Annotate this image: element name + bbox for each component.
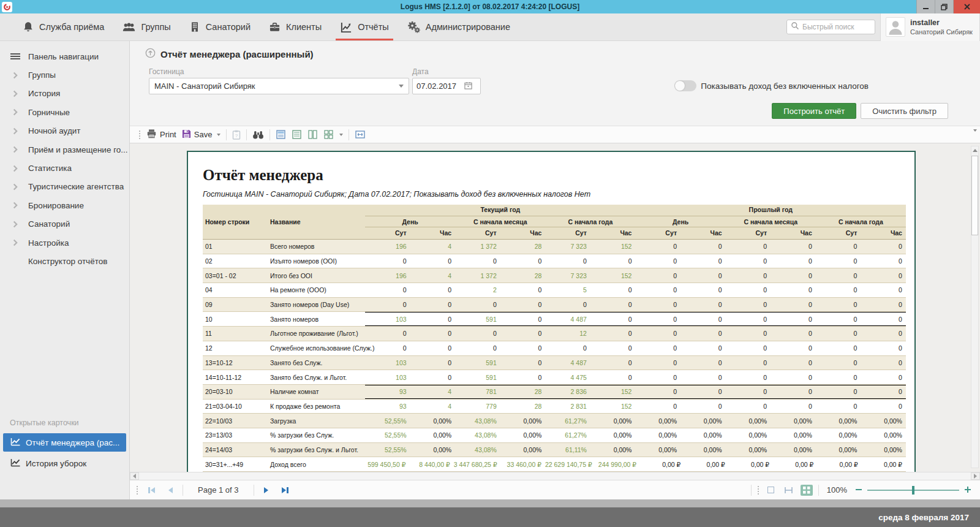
cell-value: 0,00% bbox=[500, 431, 546, 439]
chevron-down-icon[interactable] bbox=[339, 134, 343, 136]
cell-value: 0 bbox=[635, 257, 680, 265]
collapse-up-icon[interactable] bbox=[145, 48, 156, 61]
cell-value: 0 bbox=[726, 359, 771, 366]
chevron-right-icon bbox=[10, 183, 21, 191]
nav-item-5[interactable]: Администрирование bbox=[398, 13, 519, 40]
horizontal-scrollbar[interactable] bbox=[130, 472, 980, 480]
sidebar-item-5[interactable]: Приём и размещение го... bbox=[0, 140, 129, 159]
last-page-button[interactable] bbox=[278, 487, 292, 493]
save-button[interactable]: Save bbox=[182, 129, 221, 140]
search-input[interactable] bbox=[802, 23, 870, 31]
cell-value: 0,00% bbox=[726, 431, 771, 439]
quick-search[interactable] bbox=[786, 20, 875, 34]
view-layout-button[interactable] bbox=[276, 129, 286, 140]
cell-value: 0 bbox=[410, 359, 456, 366]
unit-header: Час bbox=[861, 227, 906, 239]
cell-value: 33 460,00 ₽ bbox=[501, 461, 545, 468]
cell-value: 0 bbox=[861, 374, 906, 381]
zoom-in-icon[interactable] bbox=[964, 485, 971, 496]
date-field[interactable] bbox=[412, 78, 481, 94]
sidebar-item-6[interactable]: Статистика bbox=[0, 159, 129, 177]
sidebar-item-label: Статистика bbox=[28, 164, 72, 173]
single-page-view-button[interactable] bbox=[292, 129, 302, 140]
row-name: % загрузки без Служ. bbox=[270, 431, 365, 439]
toolbar-grip[interactable] bbox=[138, 130, 141, 140]
row-code: 14=10-11-12 bbox=[203, 374, 270, 381]
report-page: Отчёт менеджера Гостиница MAIN - Санатор… bbox=[187, 151, 916, 472]
zoom-slider[interactable] bbox=[867, 490, 959, 491]
scroll-up-icon[interactable] bbox=[971, 146, 978, 154]
single-page-mode-button[interactable] bbox=[765, 485, 777, 496]
table-row: 13=10-12Занято без Служ.103059104 487000… bbox=[203, 356, 906, 371]
nav-item-4[interactable]: Отчёты bbox=[331, 13, 398, 40]
cell-value: 0 bbox=[771, 330, 816, 337]
fit-page-mode-button[interactable] bbox=[783, 485, 795, 496]
zoom-grip[interactable] bbox=[757, 485, 760, 495]
sidebar-item-4[interactable]: Ночной аудит bbox=[0, 122, 129, 140]
cell-value: 4 bbox=[410, 388, 456, 395]
sidebar-item-label: Горничные bbox=[28, 108, 70, 117]
nav-item-1[interactable]: Группы bbox=[113, 13, 179, 40]
cell-value: 43,08% bbox=[455, 417, 500, 425]
cell-value: 0 bbox=[771, 403, 816, 410]
calendar-icon[interactable] bbox=[464, 81, 472, 92]
nav-item-0[interactable]: Служба приёма bbox=[13, 13, 113, 40]
previous-page-button[interactable] bbox=[165, 487, 176, 493]
pager-bar: Page 1 of 3 100% bbox=[130, 480, 980, 499]
chevron-right-icon bbox=[10, 146, 21, 153]
hotel-select[interactable]: MAIN - Санаторий Сибиряк bbox=[149, 78, 409, 94]
date-input[interactable] bbox=[417, 82, 464, 91]
restore-button[interactable] bbox=[935, 0, 953, 13]
nav-item-2[interactable]: Санаторий bbox=[180, 13, 260, 40]
two-page-view-button[interactable] bbox=[307, 129, 318, 140]
user-panel[interactable]: installer Санаторий Сибиряк bbox=[880, 13, 980, 41]
multi-page-view-button[interactable] bbox=[323, 129, 334, 140]
hotel-value: MAIN - Санаторий Сибиряк bbox=[154, 82, 255, 91]
print-button[interactable]: Print bbox=[146, 129, 176, 140]
clear-filter-button[interactable]: Очистить фильтр bbox=[861, 103, 948, 119]
cell-value: 0 bbox=[680, 330, 726, 337]
sidebar-item-0[interactable]: Панель навигации bbox=[0, 47, 129, 66]
sidebar-item-3[interactable]: Горничные bbox=[0, 103, 129, 121]
report-table: Номер строкиНазваниеТекущий годПрошлый г… bbox=[203, 205, 906, 472]
scroll-left-icon[interactable] bbox=[130, 472, 139, 480]
row-code: 13=10-12 bbox=[203, 359, 270, 366]
toolbar-overflow-button[interactable] bbox=[973, 132, 977, 143]
sidebar-item-7[interactable]: Туристические агентства bbox=[0, 178, 129, 196]
sidebar-item-label: Санаторий bbox=[28, 219, 70, 229]
next-page-button[interactable] bbox=[260, 487, 272, 493]
gears-icon bbox=[407, 21, 420, 33]
title-bar: Logus HMS [2.1.2.0] от 08.02.2017 4:24:2… bbox=[0, 0, 980, 13]
cell-value: 0,00 ₽ bbox=[773, 461, 817, 468]
first-page-button[interactable] bbox=[145, 487, 159, 493]
sidebar-item-1[interactable]: Группы bbox=[0, 66, 129, 84]
find-binoculars-button[interactable] bbox=[252, 130, 264, 139]
search-icon bbox=[791, 21, 799, 32]
build-report-button[interactable]: Построить отчёт bbox=[772, 103, 856, 119]
fit-width-button[interactable] bbox=[355, 129, 365, 140]
open-card-cleaning-history[interactable]: История уборок bbox=[3, 454, 126, 472]
pager-grip[interactable] bbox=[136, 485, 138, 495]
open-card-manager-report[interactable]: Отчёт менеджера (рас... bbox=[3, 433, 126, 452]
cell-value: 0 bbox=[635, 344, 680, 352]
nav-item-3[interactable]: Клиенты bbox=[260, 13, 331, 40]
grid-mode-button[interactable] bbox=[801, 485, 813, 496]
close-button[interactable] bbox=[953, 0, 980, 13]
minimize-button[interactable] bbox=[916, 0, 935, 13]
clipboard-button[interactable]: ? bbox=[232, 130, 241, 140]
vertical-scrollbar[interactable] bbox=[971, 146, 979, 468]
zoom-out-icon[interactable] bbox=[855, 485, 862, 496]
sidebar-item-11[interactable]: Конструктор отчётов bbox=[0, 252, 129, 270]
row-code: 02 bbox=[203, 257, 270, 265]
sidebar-item-10[interactable]: Настройка bbox=[0, 233, 129, 252]
cell-value: 43,08% bbox=[455, 446, 500, 453]
sidebar-item-2[interactable]: История bbox=[0, 85, 129, 103]
sidebar-item-label: Туристические агентства bbox=[28, 182, 124, 191]
sidebar-item-9[interactable]: Санаторий bbox=[0, 215, 129, 233]
sidebar-item-8[interactable]: Бронирование bbox=[0, 196, 129, 214]
row-name: Занято номеров bbox=[270, 316, 365, 323]
scrollbar-thumb[interactable] bbox=[971, 156, 978, 235]
zoom-slider-handle[interactable] bbox=[912, 486, 914, 495]
scroll-right-icon[interactable] bbox=[971, 472, 980, 480]
tax-toggle[interactable] bbox=[674, 80, 696, 91]
